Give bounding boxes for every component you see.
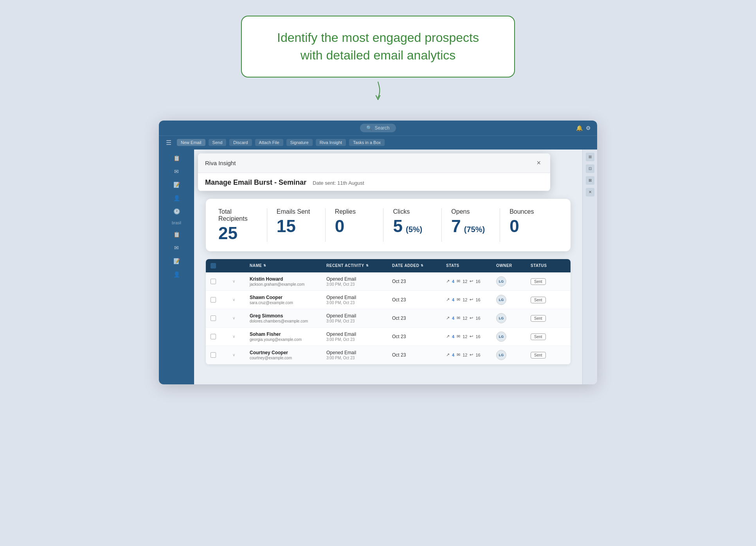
- modal-title: Riva Insight: [205, 160, 236, 166]
- right-icon-2[interactable]: ⊡: [586, 164, 594, 173]
- select-all-checkbox[interactable]: [211, 263, 216, 268]
- toolbar: ☰ New Email Send Discard Attach File Sig…: [159, 135, 597, 150]
- stat-value-clicks: 5 (5%): [393, 218, 432, 235]
- th-owner: OWNER: [496, 263, 527, 268]
- sidebar-icon-2[interactable]: ✉: [160, 166, 193, 177]
- notification-icon[interactable]: 🔔: [576, 125, 583, 131]
- row-contact: Courtney Cooper courtney@example.com: [250, 350, 323, 360]
- row-contact: Greg Simmons dolores.chambers@example.co…: [250, 313, 323, 323]
- row-status: Sent: [531, 279, 566, 284]
- discard-button[interactable]: Discard: [229, 139, 252, 146]
- settings-icon[interactable]: ⚙: [586, 125, 591, 131]
- stat-label-replies: Replies: [335, 208, 374, 215]
- table-row: ∨ Shawn Cooper sara.cruz@example.com Ope…: [206, 291, 571, 309]
- sidebar-icon-7[interactable]: ✉: [160, 242, 193, 253]
- row-expand[interactable]: ∨: [232, 316, 247, 320]
- title-bar-icons: 🔔 ⚙: [576, 125, 591, 131]
- row-expand[interactable]: ∨: [232, 279, 247, 283]
- table-header: NAME ⇅ RECENT ACTIVITY ⇅ DATE ADDED ⇅: [206, 259, 571, 272]
- row-checkbox[interactable]: [211, 297, 229, 303]
- row-activity: Opened Email 3:00 PM, Oct 23: [326, 276, 389, 287]
- sidebar-icon-4[interactable]: 👤: [160, 193, 193, 204]
- attach-file-button[interactable]: Attach File: [255, 139, 283, 146]
- stat-value-replies: 0: [335, 218, 374, 235]
- right-panel: ⊞ ⊡ ⊠ ✕: [582, 150, 597, 384]
- row-stats: ↗ 4 ✉ 12 ↩ 16: [446, 352, 493, 357]
- menu-icon[interactable]: ☰: [164, 137, 174, 149]
- th-name[interactable]: NAME ⇅: [250, 263, 323, 268]
- th-date-added[interactable]: DATE ADDED ⇅: [392, 263, 443, 268]
- row-contact: Soham Fisher georgia.young@example.com: [250, 332, 323, 342]
- riva-insight-modal: Riva Insight × Manage Email Burst - Semi…: [198, 153, 550, 191]
- sort-activity-icon: ⇅: [366, 264, 369, 267]
- sidebar-section-brasil: brasil: [160, 219, 193, 227]
- row-contact: Shawn Cooper sara.cruz@example.com: [250, 295, 323, 305]
- th-activity[interactable]: RECENT ACTIVITY ⇅: [326, 263, 389, 268]
- row-contact: Kristin Howard jackson.graham@example.co…: [250, 276, 323, 287]
- search-bar[interactable]: 🔍 Search: [360, 124, 396, 132]
- callout-box: Identify the most engaged prospects with…: [241, 16, 515, 77]
- mail-icon: ✉: [457, 352, 460, 357]
- callout-text: Identify the most engaged prospects with…: [277, 31, 479, 62]
- row-owner: LG: [496, 350, 527, 360]
- sidebar-icon-3[interactable]: 📝: [160, 179, 193, 190]
- down-arrow-icon: [370, 81, 386, 105]
- table-row: ∨ Soham Fisher georgia.young@example.com…: [206, 328, 571, 346]
- row-owner: LG: [496, 332, 527, 342]
- row-activity: Opened Email 3:00 PM, Oct 23: [326, 350, 389, 360]
- reply-icon: ↩: [470, 279, 473, 284]
- stat-value-emails-sent: 15: [277, 218, 316, 235]
- reply-icon: ↩: [470, 315, 473, 321]
- signature-button[interactable]: Signature: [286, 139, 313, 146]
- row-activity: Opened Email 3:00 PM, Oct 23: [326, 332, 389, 342]
- row-checkbox[interactable]: [211, 334, 229, 339]
- stat-label-opens: Opens: [451, 208, 490, 215]
- contacts-table: NAME ⇅ RECENT ACTIVITY ⇅ DATE ADDED ⇅: [206, 259, 571, 364]
- stat-bounces: Bounces 0: [500, 208, 558, 242]
- right-icon-4[interactable]: ✕: [586, 188, 594, 196]
- stat-total-recipients: Total Recipients 25: [218, 208, 267, 242]
- right-icon-1[interactable]: ⊞: [586, 153, 594, 161]
- stat-label-clicks: Clicks: [393, 208, 432, 215]
- right-icon-3[interactable]: ⊠: [586, 176, 594, 185]
- row-owner: LG: [496, 313, 527, 323]
- email-burst-name: Manage Email Burst - Seminar: [205, 178, 306, 187]
- row-stats: ↗ 4 ✉ 12 ↩ 16: [446, 315, 493, 321]
- sidebar-icon-8[interactable]: 📝: [160, 256, 193, 267]
- row-status: Sent: [531, 297, 566, 303]
- search-placeholder: Search: [374, 125, 389, 131]
- row-stats: ↗ 4 ✉ 12 ↩ 16: [446, 297, 493, 302]
- row-expand[interactable]: ∨: [232, 353, 247, 357]
- row-status: Sent: [531, 315, 566, 321]
- row-owner: LG: [496, 276, 527, 287]
- row-expand[interactable]: ∨: [232, 297, 247, 302]
- riva-insight-button[interactable]: Riva Insight: [316, 139, 346, 146]
- mail-icon: ✉: [457, 279, 460, 284]
- sidebar-icon-5[interactable]: 🕐: [160, 206, 193, 217]
- stat-pct-opens: (75%): [464, 225, 485, 233]
- mail-icon: ✉: [457, 315, 460, 321]
- cursor-icon: ↗: [446, 334, 450, 339]
- table-row: ∨ Greg Simmons dolores.chambers@example.…: [206, 309, 571, 328]
- row-expand[interactable]: ∨: [232, 334, 247, 339]
- reply-icon: ↩: [470, 334, 473, 339]
- row-stats: ↗ 4 ✉ 12 ↩ 16: [446, 334, 493, 339]
- modal-close-button[interactable]: ×: [534, 158, 543, 168]
- sidebar-icon-9[interactable]: 👤: [160, 269, 193, 280]
- row-checkbox[interactable]: [211, 352, 229, 358]
- row-status: Sent: [531, 334, 566, 339]
- table-row: ∨ Kristin Howard jackson.graham@example.…: [206, 272, 571, 291]
- stat-value-opens: 7 (75%): [451, 218, 490, 235]
- row-date: Oct 23: [392, 315, 443, 321]
- cursor-icon: ↗: [446, 315, 450, 321]
- tasks-button[interactable]: Tasks in a Box: [349, 139, 385, 146]
- sidebar-icon-1[interactable]: 📋: [160, 153, 193, 164]
- new-email-button[interactable]: New Email: [177, 139, 205, 146]
- row-checkbox[interactable]: [211, 279, 229, 284]
- sidebar-icon-6[interactable]: 📋: [160, 229, 193, 240]
- row-checkbox[interactable]: [211, 315, 229, 321]
- th-checkbox: [211, 263, 229, 268]
- cursor-icon: ↗: [446, 279, 450, 284]
- stat-pct-clicks: (5%): [406, 225, 422, 233]
- send-button[interactable]: Send: [209, 139, 227, 146]
